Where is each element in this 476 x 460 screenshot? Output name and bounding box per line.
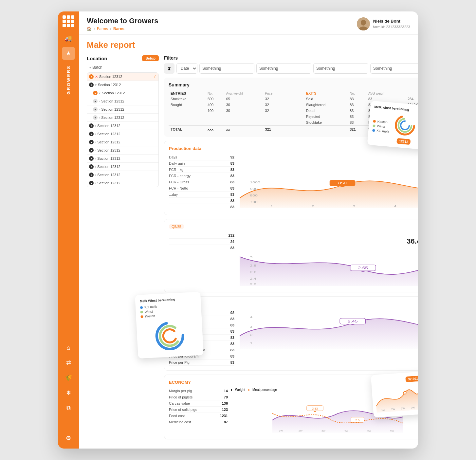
tree-item[interactable]: ● › Section 12312: [87, 97, 158, 105]
tree-item-label: Suction 12312: [97, 156, 156, 160]
section2-gain-label: Daily gain: [240, 232, 418, 236]
svg-text:1: 1: [270, 205, 273, 208]
tree-chevron: ›: [95, 149, 96, 152]
tree-item[interactable]: ● › Section 12312: [87, 146, 158, 155]
summary-title: Summary: [169, 82, 418, 87]
section2-gain-value: 36.442 Kg ↓: [240, 237, 418, 246]
tree-chevron: ›: [99, 100, 100, 103]
floating-card-2-title: Melk Winst berekening: [140, 297, 196, 303]
tree-item[interactable]: ● › Section 12312: [87, 105, 158, 114]
eye-icon: ●: [89, 132, 94, 136]
svg-text:2.2: 2.2: [250, 283, 256, 286]
meat-legend-icon: ●: [248, 388, 250, 392]
svg-text:5W: 5W: [367, 429, 371, 432]
svg-text:800: 800: [250, 194, 258, 197]
tree-item[interactable]: ● › Section 12312: [87, 130, 158, 138]
settings-nav-icon[interactable]: ⚙: [62, 432, 75, 445]
eye-icon: ●: [93, 115, 98, 120]
kosten-dot: [373, 120, 376, 123]
left-panel: Location Setup ▾ Batch ● ✕ Section 12312: [87, 55, 159, 443]
eye-icon: ●: [93, 91, 98, 95]
section3-chart-area: 2.45 4 3 2 1: [240, 310, 418, 366]
table-row: Stocktake5006532 Sold8383234.: [169, 96, 418, 102]
svg-text:1W: 1W: [381, 408, 386, 412]
svg-text:2W: 2W: [299, 429, 302, 432]
tree-item[interactable]: ● › Section 12312: [87, 114, 158, 122]
section2-chart-area: Daily gain 36.442 Kg ↓: [240, 232, 418, 287]
svg-text:1000: 1000: [250, 181, 260, 184]
arrows-nav-icon[interactable]: ⇄: [62, 356, 75, 369]
filter-input-4[interactable]: [370, 63, 418, 74]
tree-item-label: Section 12312: [97, 132, 156, 136]
tree-chevron: ›: [95, 132, 96, 136]
tree-chevron: ›: [95, 173, 96, 177]
user-info: Niels de Bont farm id: 231233323223: [357, 17, 410, 30]
tree-item[interactable]: ● ▾ Section 12312: [87, 81, 158, 89]
svg-point-47: [163, 329, 177, 343]
tree-item[interactable]: ● › Section 12312: [87, 163, 158, 171]
tree-item-label: Section 12312: [102, 91, 156, 95]
eye-icon: ●: [89, 164, 94, 169]
section2-data-list: 232 24 83: [169, 232, 234, 287]
tree-chevron: ›: [95, 140, 96, 144]
tree-item[interactable]: ● › Suction 12312: [87, 155, 158, 163]
sidebar: 🚚 ★ GROWERS ⌂ ⇄ 🌾 ❄ ⧉ ⚙: [58, 11, 79, 449]
svg-text:2.65: 2.65: [358, 266, 368, 270]
eye-icon: ●: [89, 74, 94, 79]
eye-icon: ●: [89, 140, 94, 144]
svg-text:4: 4: [394, 205, 396, 208]
tree-item[interactable]: ● ✕ Section 12312 ✓: [87, 73, 158, 81]
production-section: Production data Q5/85 Days92 Daily gain8…: [164, 141, 418, 215]
svg-text:3: 3: [250, 256, 252, 259]
svg-point-48: [403, 391, 406, 394]
svg-text:3: 3: [250, 325, 252, 329]
tree-item[interactable]: ● › Section 12312: [87, 138, 158, 146]
filter-input-2[interactable]: [256, 63, 311, 74]
star-nav-icon[interactable]: ★: [62, 47, 75, 60]
app-logo: [63, 15, 74, 27]
filter-input-3[interactable]: [313, 63, 368, 74]
production-title: Production data: [169, 146, 201, 151]
tree-item[interactable]: ● › Section 12312: [87, 122, 158, 130]
filter-input-1[interactable]: [199, 63, 254, 74]
wheat-nav-icon[interactable]: 🌾: [62, 371, 75, 384]
header-title: Welcome to Growers: [87, 17, 158, 25]
svg-text:1W: 1W: [279, 429, 283, 432]
tree-item[interactable]: ● › Section 12312: [87, 171, 158, 179]
floating-card-1-badge: 12312: [397, 138, 411, 145]
svg-point-44: [400, 121, 410, 130]
breadcrumb-farms[interactable]: Farms: [97, 27, 108, 31]
home-nav-icon[interactable]: ⌂: [62, 341, 75, 354]
truck-nav-icon[interactable]: 🚚: [62, 32, 75, 45]
tree-chevron: ▾: [99, 91, 101, 95]
svg-text:3W: 3W: [321, 429, 325, 432]
tree-item-label: Section 12312: [97, 140, 156, 144]
daily-gain-value: 850 ↓: [240, 159, 418, 167]
tree-item[interactable]: ● ▾ Section 12312: [87, 89, 158, 97]
economy-data-list: Margin per pig14 Price of piglets70 Carc…: [169, 388, 228, 434]
tree-item[interactable]: ● › Section 12312: [87, 179, 158, 187]
main-content: Welcome to Growers 🏠 › Farms › Barns: [79, 11, 418, 449]
svg-text:2.45: 2.45: [348, 320, 358, 323]
svg-text:1: 1: [250, 341, 252, 345]
tree-chevron: ›: [99, 108, 100, 111]
svg-text:2.6: 2.6: [250, 270, 256, 274]
batch-chevron: ▾: [89, 66, 91, 69]
svg-text:4: 4: [250, 315, 252, 319]
eye-icon: ●: [89, 123, 94, 128]
page-title: Make report: [87, 40, 410, 50]
svg-text:700: 700: [250, 200, 258, 204]
date-filter[interactable]: Date: [176, 63, 197, 74]
floating-card-3-value: 32.201: [406, 376, 418, 382]
snowflake-nav-icon[interactable]: ❄: [62, 386, 75, 399]
svg-text:850: 850: [338, 181, 347, 185]
x-icon: ✕: [95, 75, 98, 79]
page-area: Make report Location Setup ▾ Batch: [79, 35, 418, 449]
tree-chevron: ›: [95, 124, 96, 128]
layers-nav-icon[interactable]: ⧉: [62, 401, 75, 414]
eye-icon: ●: [89, 181, 94, 185]
kosten-label: Kosten: [377, 120, 388, 124]
location-title: Location: [87, 56, 107, 61]
tree-item-label: Section 12312: [99, 75, 152, 79]
setup-button[interactable]: Setup: [142, 55, 159, 61]
